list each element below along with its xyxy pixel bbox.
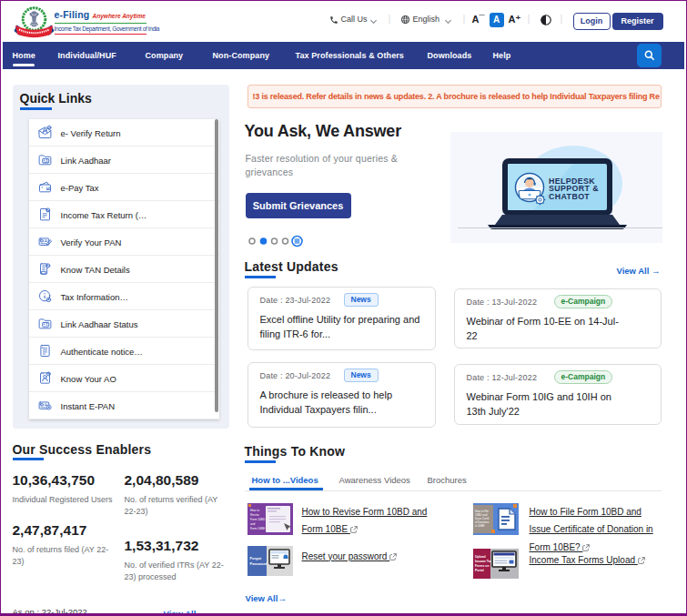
svg-text:Portal: Portal	[475, 569, 484, 572]
svg-text:Form 10BD: Form 10BD	[250, 518, 266, 521]
svg-text:and: and	[250, 522, 256, 526]
svg-text:CHATBOT: CHATBOT	[549, 191, 590, 200]
svg-text:Forgot: Forgot	[249, 556, 261, 560]
svg-text:Income Tax: Income Tax	[475, 560, 492, 563]
svg-text:Revise: Revise	[250, 513, 259, 517]
svg-text:in 10BE: in 10BE	[475, 524, 485, 528]
svg-text:Upload: Upload	[475, 555, 486, 559]
svg-text:Form 10BE: Form 10BE	[250, 527, 265, 530]
svg-text:How to: How to	[250, 509, 259, 512]
svg-text:Forms on: Forms on	[475, 564, 489, 568]
svg-text:Password: Password	[249, 561, 267, 566]
